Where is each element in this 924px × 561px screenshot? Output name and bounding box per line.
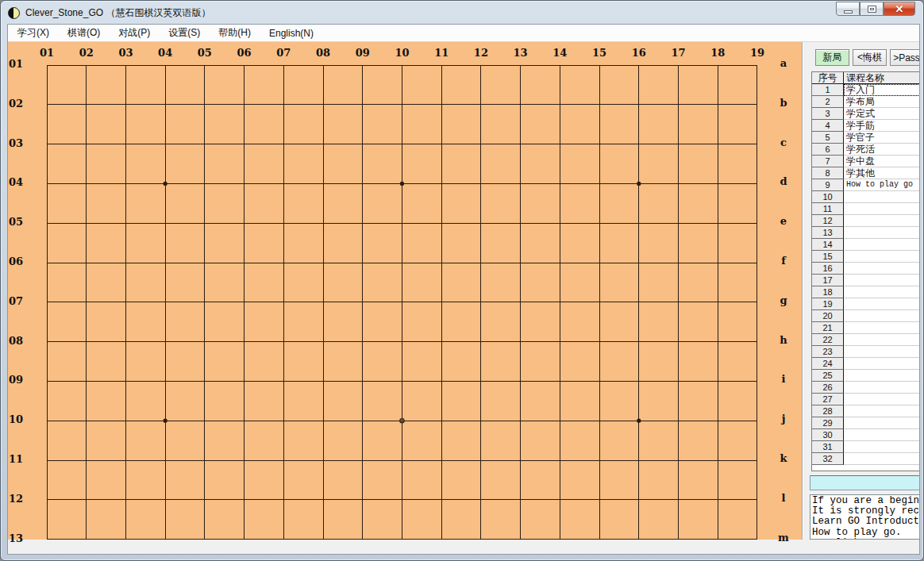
course-name-cell[interactable] bbox=[844, 239, 920, 251]
table-row[interactable]: 9How to play go bbox=[812, 179, 920, 191]
pass-button[interactable]: >Pass bbox=[890, 49, 920, 66]
course-name-cell[interactable] bbox=[844, 227, 920, 239]
course-name-cell[interactable] bbox=[844, 263, 920, 275]
star-point bbox=[637, 419, 641, 423]
course-name-cell[interactable] bbox=[844, 334, 920, 346]
title-bar[interactable]: Clever_Stone_GO （慧石围棋汉英双语版） bbox=[2, 2, 922, 24]
table-row[interactable]: 16 bbox=[812, 263, 920, 275]
board-letter-label: b bbox=[774, 97, 793, 109]
table-row[interactable]: 22 bbox=[812, 334, 920, 346]
table-row[interactable]: 29 bbox=[812, 417, 920, 429]
col-header-course-name: 课程名称 bbox=[844, 72, 920, 84]
course-name-cell[interactable] bbox=[844, 358, 920, 370]
course-name-cell[interactable]: 学官子 bbox=[844, 132, 920, 144]
client-area: 学习(X)棋谱(O)对战(P)设置(S)帮助(H)English(N) 0102… bbox=[7, 24, 920, 555]
star-point bbox=[164, 182, 167, 186]
close-button[interactable]: ✕ bbox=[884, 2, 915, 16]
board-col-label: 06 bbox=[233, 47, 256, 59]
maximize-icon bbox=[868, 6, 876, 13]
course-name-cell[interactable] bbox=[844, 417, 920, 429]
course-name-cell[interactable] bbox=[844, 251, 920, 263]
board-letter-label: h bbox=[774, 334, 793, 346]
board-letter-label: f bbox=[774, 255, 793, 267]
table-row[interactable]: 24 bbox=[812, 358, 920, 370]
table-row[interactable]: 30 bbox=[812, 429, 920, 441]
menu-item[interactable]: 学习(X) bbox=[11, 24, 56, 42]
table-row[interactable]: 12 bbox=[812, 215, 920, 227]
course-name-cell[interactable] bbox=[844, 191, 920, 203]
course-name-cell[interactable] bbox=[844, 322, 920, 334]
menu-item[interactable]: 对战(P) bbox=[112, 24, 156, 42]
course-name-cell[interactable] bbox=[844, 382, 920, 394]
course-name-cell[interactable]: 学中盘 bbox=[844, 156, 920, 167]
minimize-button[interactable] bbox=[836, 2, 860, 16]
course-name-cell[interactable] bbox=[844, 394, 920, 405]
course-name-cell[interactable]: 学手筋 bbox=[844, 120, 920, 132]
course-name-cell[interactable]: 学定式 bbox=[844, 108, 920, 120]
course-name-cell[interactable]: 学布局 bbox=[844, 96, 920, 108]
board-col-label: 04 bbox=[153, 47, 177, 59]
table-row[interactable]: 18 bbox=[812, 286, 920, 298]
course-name-cell[interactable] bbox=[844, 298, 920, 310]
row-number-cell: 23 bbox=[812, 346, 844, 358]
answer-input[interactable] bbox=[810, 475, 920, 490]
course-name-cell[interactable]: 学其他 bbox=[844, 167, 920, 179]
right-panel: 新局<悔棋>Pass 序号课程名称1学入门2学布局3学定式4学手筋5学官子6学死… bbox=[802, 42, 920, 540]
table-row[interactable]: 14 bbox=[812, 239, 920, 251]
table-row[interactable]: 26 bbox=[812, 382, 920, 394]
table-row[interactable]: 10 bbox=[812, 191, 920, 203]
table-row[interactable]: 11 bbox=[812, 203, 920, 215]
course-name-cell[interactable] bbox=[844, 370, 920, 382]
menu-item[interactable]: 帮助(H) bbox=[212, 24, 257, 42]
table-row[interactable]: 15 bbox=[812, 251, 920, 263]
table-row[interactable]: 28 bbox=[812, 405, 920, 417]
table-row[interactable]: 1学入门 bbox=[812, 84, 920, 96]
course-name-cell[interactable] bbox=[844, 203, 920, 215]
menu-item[interactable]: 设置(S) bbox=[162, 24, 206, 42]
go-board[interactable]: 0102030405060708091011121314151617181901… bbox=[8, 42, 802, 540]
row-number-cell: 22 bbox=[812, 334, 844, 346]
row-number-cell: 26 bbox=[812, 382, 844, 394]
course-name-cell[interactable] bbox=[844, 441, 920, 453]
course-name-cell[interactable] bbox=[844, 346, 920, 358]
course-name-cell[interactable]: How to play go bbox=[844, 179, 920, 191]
new-game-button[interactable]: 新局 bbox=[815, 49, 849, 66]
board-row-label: 01 bbox=[9, 58, 29, 70]
row-number-cell: 11 bbox=[812, 203, 844, 215]
table-row[interactable]: 6学死活 bbox=[812, 144, 920, 156]
table-row[interactable]: 13 bbox=[812, 227, 920, 239]
table-row[interactable]: 19 bbox=[812, 298, 920, 310]
table-row[interactable]: 31 bbox=[812, 441, 920, 453]
table-row[interactable]: 23 bbox=[812, 346, 920, 358]
board-col-label: 15 bbox=[587, 47, 611, 59]
table-row[interactable]: 8学其他 bbox=[812, 167, 920, 179]
board-col-label: 13 bbox=[509, 47, 533, 59]
course-name-cell[interactable] bbox=[844, 215, 920, 227]
board-letter-label: l bbox=[774, 492, 793, 504]
course-name-cell[interactable]: 学入门 bbox=[844, 84, 920, 96]
maximize-button[interactable] bbox=[860, 2, 884, 16]
course-name-cell[interactable] bbox=[844, 286, 920, 298]
table-row[interactable]: 5学官子 bbox=[812, 132, 920, 144]
table-row[interactable]: 3学定式 bbox=[812, 108, 920, 120]
board-letter-label: k bbox=[774, 452, 793, 464]
course-name-cell[interactable] bbox=[844, 275, 920, 286]
course-name-cell[interactable]: 学死活 bbox=[844, 144, 920, 156]
table-row[interactable]: 2学布局 bbox=[812, 96, 920, 108]
table-row[interactable]: 25 bbox=[812, 370, 920, 382]
course-name-cell[interactable] bbox=[844, 453, 920, 465]
course-name-cell[interactable] bbox=[844, 310, 920, 322]
course-name-cell[interactable] bbox=[844, 429, 920, 441]
table-row[interactable]: 20 bbox=[812, 310, 920, 322]
menu-item[interactable]: English(N) bbox=[263, 25, 320, 41]
table-row[interactable]: 27 bbox=[812, 394, 920, 405]
table-row[interactable]: 21 bbox=[812, 322, 920, 334]
undo-button[interactable]: <悔棋 bbox=[853, 49, 887, 66]
table-row[interactable]: 4学手筋 bbox=[812, 120, 920, 132]
course-name-cell[interactable] bbox=[844, 405, 920, 417]
table-row[interactable]: 32 bbox=[812, 453, 920, 465]
table-row[interactable]: 7学中盘 bbox=[812, 156, 920, 167]
board-col-label: 07 bbox=[271, 47, 295, 59]
table-row[interactable]: 17 bbox=[812, 275, 920, 286]
menu-item[interactable]: 棋谱(O) bbox=[61, 24, 106, 42]
